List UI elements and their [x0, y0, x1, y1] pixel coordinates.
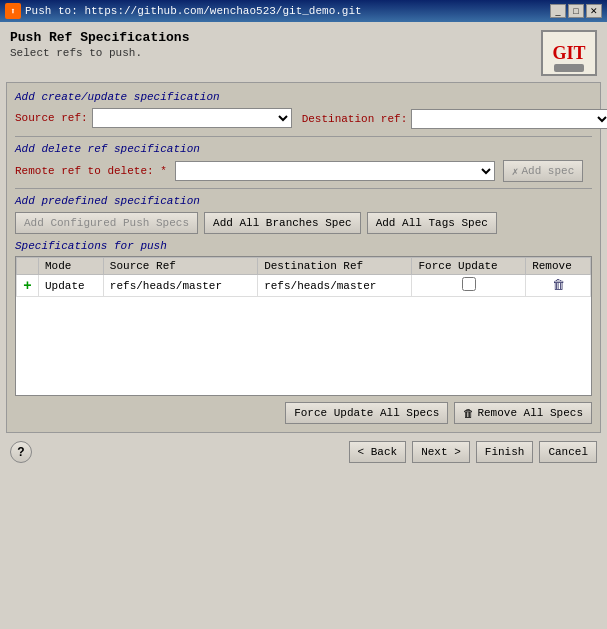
- header-section: Push Ref Specifications Select refs to p…: [0, 22, 607, 82]
- col-header-add: [17, 258, 39, 275]
- row-source-ref-cell: refs/heads/master: [103, 275, 257, 297]
- content-area: Add create/update specification Source r…: [6, 82, 601, 433]
- next-button[interactable]: Next >: [412, 441, 470, 463]
- create-update-section-label: Add create/update specification: [15, 91, 592, 103]
- cancel-button[interactable]: Cancel: [539, 441, 597, 463]
- source-dest-row: Source ref: Destination ref: + + Add Spe…: [15, 108, 592, 130]
- remote-ref-label: Remote ref to delete: *: [15, 165, 167, 177]
- add-all-branches-spec-button[interactable]: Add All Branches Spec: [204, 212, 361, 234]
- page-subtitle: Select refs to push.: [10, 47, 189, 59]
- row-mode-cell: Update: [39, 275, 104, 297]
- help-button[interactable]: ?: [10, 441, 32, 463]
- col-header-remove: Remove: [526, 258, 591, 275]
- col-header-mode: Mode: [39, 258, 104, 275]
- remote-ref-select[interactable]: [175, 161, 495, 181]
- predef-buttons-row: Add Configured Push Specs Add All Branch…: [15, 212, 592, 234]
- window-controls[interactable]: _ □ ✕: [550, 4, 602, 18]
- finish-button[interactable]: Finish: [476, 441, 534, 463]
- footer-nav: < Back Next > Finish Cancel: [349, 441, 597, 463]
- specs-table-container: Mode Source Ref Destination Ref Force Up…: [15, 256, 592, 396]
- predef-section-label: Add predefined specification: [15, 195, 592, 207]
- dest-ref-group: Destination ref: + + Add Spec Add Spec: [302, 108, 607, 130]
- maximize-button[interactable]: □: [568, 4, 584, 18]
- row-dest-ref-cell: refs/heads/master: [258, 275, 412, 297]
- specs-actions: Force Update All Specs 🗑 Remove All Spec…: [15, 402, 592, 424]
- specs-table-body: + Update refs/heads/master refs/heads/ma…: [17, 275, 591, 297]
- window-body: Push Ref Specifications Select refs to p…: [0, 22, 607, 471]
- specs-table-header: Mode Source Ref Destination Ref Force Up…: [17, 258, 591, 275]
- specs-table: Mode Source Ref Destination Ref Force Up…: [16, 257, 591, 297]
- delete-section-label: Add delete ref specification: [15, 143, 592, 155]
- force-update-all-specs-button[interactable]: Force Update All Specs: [285, 402, 448, 424]
- col-header-dest-ref: Destination Ref: [258, 258, 412, 275]
- row-add-icon[interactable]: +: [23, 278, 31, 294]
- table-row: + Update refs/heads/master refs/heads/ma…: [17, 275, 591, 297]
- header-text: Push Ref Specifications Select refs to p…: [10, 30, 189, 59]
- add-configured-push-specs-button[interactable]: Add Configured Push Specs: [15, 212, 198, 234]
- specs-section: Specifications for push Mode Source Ref …: [15, 240, 592, 424]
- footer: ? < Back Next > Finish Cancel: [0, 433, 607, 471]
- source-ref-label: Source ref:: [15, 112, 88, 124]
- remote-ref-asterisk: *: [160, 165, 167, 177]
- app-icon: ⬆: [5, 3, 21, 19]
- page-title: Push Ref Specifications: [10, 30, 189, 45]
- divider-2: [15, 188, 592, 189]
- remove-all-icon: 🗑: [463, 407, 474, 420]
- col-header-source-ref: Source Ref: [103, 258, 257, 275]
- title-text: Push to: https://github.com/wenchao523/g…: [25, 5, 362, 17]
- delete-spec-icon: ✗: [512, 165, 519, 178]
- row-force-update-cell[interactable]: [412, 275, 526, 297]
- col-header-force-update: Force Update: [412, 258, 526, 275]
- specs-section-label: Specifications for push: [15, 240, 592, 252]
- close-button[interactable]: ✕: [586, 4, 602, 18]
- title-bar: ⬆ Push to: https://github.com/wenchao523…: [0, 0, 607, 22]
- add-delete-spec-button[interactable]: ✗ Add spec: [503, 160, 583, 182]
- source-ref-select[interactable]: [92, 108, 292, 128]
- row-remove-cell[interactable]: 🗑: [526, 275, 591, 297]
- source-ref-group: Source ref:: [15, 108, 292, 128]
- force-update-checkbox[interactable]: [462, 277, 476, 291]
- row-add-cell[interactable]: +: [17, 275, 39, 297]
- remote-ref-row: Remote ref to delete: * ✗ Add spec: [15, 160, 592, 182]
- dest-ref-label: Destination ref:: [302, 113, 408, 125]
- minimize-button[interactable]: _: [550, 4, 566, 18]
- git-logo: GIT: [541, 30, 597, 76]
- row-remove-icon[interactable]: 🗑: [552, 278, 565, 293]
- dest-ref-select[interactable]: [411, 109, 607, 129]
- add-all-tags-spec-button[interactable]: Add All Tags Spec: [367, 212, 497, 234]
- remove-all-specs-button[interactable]: 🗑 Remove All Specs: [454, 402, 592, 424]
- divider-1: [15, 136, 592, 137]
- back-button[interactable]: < Back: [349, 441, 407, 463]
